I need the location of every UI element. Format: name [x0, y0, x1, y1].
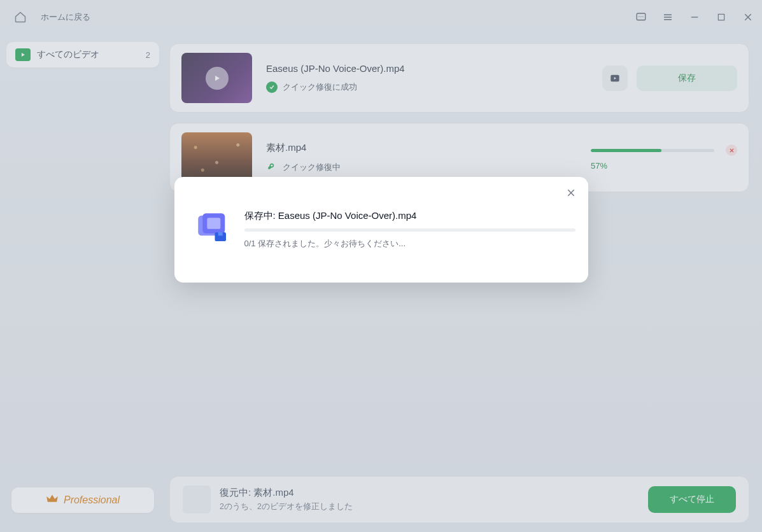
- modal-backdrop: 保存中: Easeus (JP-No Voice-Over).mp4 0/1 保…: [0, 0, 762, 532]
- svg-rect-5: [207, 218, 220, 229]
- saving-modal: 保存中: Easeus (JP-No Voice-Over).mp4 0/1 保…: [174, 177, 588, 283]
- modal-subtitle: 0/1 保存されました。少々お待ちください...: [244, 238, 575, 249]
- save-file-icon: [195, 210, 230, 246]
- modal-title: 保存中: Easeus (JP-No Voice-Over).mp4: [244, 210, 575, 222]
- modal-close-button[interactable]: [564, 186, 578, 200]
- svg-rect-7: [218, 232, 222, 235]
- modal-progress-bar: [244, 228, 575, 232]
